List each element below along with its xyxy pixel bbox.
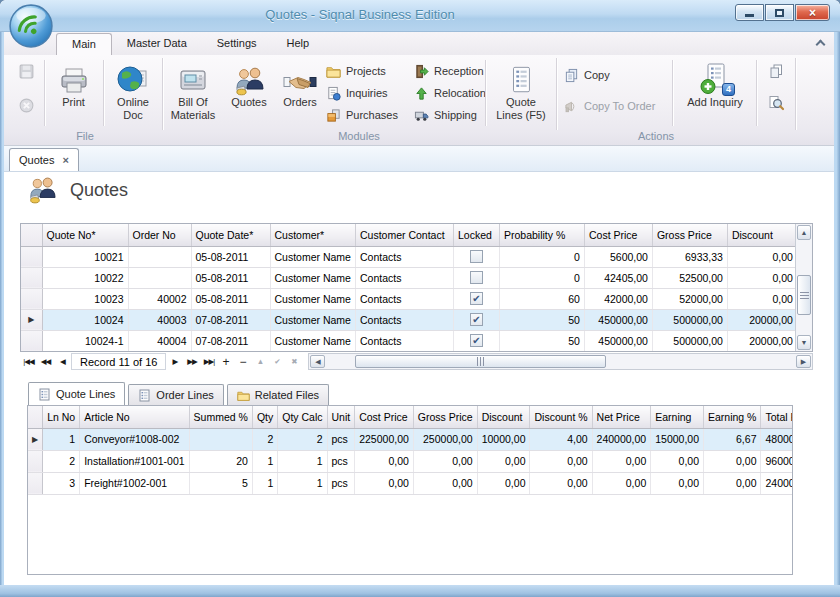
nav-prev-page-button[interactable]: ◀◀ <box>37 354 54 370</box>
column-header[interactable]: Locked <box>453 224 499 246</box>
ribbon-tab-main[interactable]: Main <box>56 33 112 55</box>
vertical-scroll-thumb[interactable] <box>797 275 811 316</box>
locked-checkbox[interactable] <box>470 271 483 284</box>
quotes-grid-horizontal-scrollbar[interactable]: ◀ ▶ <box>308 353 813 370</box>
horizontal-scroll-thumb[interactable] <box>355 355 606 368</box>
copy-to-order-button[interactable]: Copy To Order <box>564 96 655 116</box>
scroll-right-button[interactable]: ▶ <box>796 355 811 368</box>
nav-last-button[interactable]: ▶▶| <box>200 354 217 370</box>
grid-cell[interactable]: Conveyor#1008-002 <box>80 428 189 450</box>
grid-cell[interactable]: 0 <box>499 246 584 267</box>
locked-checkbox[interactable]: ✔ <box>470 334 483 347</box>
document-tab-quotes[interactable]: Quotes × <box>9 148 79 171</box>
locked-checkbox[interactable] <box>470 250 483 263</box>
print-button[interactable]: Print <box>46 58 101 129</box>
column-header[interactable]: Customer Contact <box>355 224 453 246</box>
column-header[interactable]: Cost Price <box>355 406 414 428</box>
grid-cell[interactable]: 0,00 <box>530 472 592 494</box>
bill-of-materials-button[interactable]: Bill Of Materials <box>164 58 222 129</box>
grid-cell[interactable]: Contacts <box>355 309 453 330</box>
grid-cell[interactable]: 0,00 <box>592 472 651 494</box>
grid-cell[interactable]: 450000,00 <box>584 309 652 330</box>
column-header[interactable]: Customer* <box>270 224 355 246</box>
locked-checkbox[interactable]: ✔ <box>470 292 483 305</box>
reception-button[interactable]: Reception <box>414 61 484 81</box>
table-row[interactable]: ▶100244000307-08-2011Customer NameContac… <box>21 309 797 330</box>
grid-cell[interactable]: 0,00 <box>530 450 592 472</box>
close-button[interactable]: × <box>795 4 830 21</box>
grid-cell[interactable]: 10024-1 <box>42 330 128 351</box>
tab-quote-lines[interactable]: Quote Lines <box>28 382 125 405</box>
scroll-down-button[interactable]: ▼ <box>797 335 811 350</box>
grid-cell[interactable]: 240000,00 <box>592 428 651 450</box>
ribbon-tab-help[interactable]: Help <box>272 33 325 55</box>
grid-cell[interactable]: 0,00 <box>413 450 477 472</box>
grid-cell[interactable]: 1 <box>43 428 80 450</box>
column-header[interactable]: Qty <box>252 406 277 428</box>
nav-next-page-button[interactable]: ▶▶ <box>183 354 200 370</box>
grid-cell[interactable]: 0,00 <box>413 472 477 494</box>
column-header[interactable]: Net Price <box>592 406 651 428</box>
table-row[interactable]: 2Installation#1001-0012011pcs0,000,000,0… <box>28 450 793 472</box>
grid-cell[interactable]: 1 <box>252 472 277 494</box>
projects-button[interactable]: Projects <box>326 61 386 81</box>
grid-cell[interactable]: 52000,00 <box>652 288 727 309</box>
nav-next-button[interactable]: ▶ <box>166 354 183 370</box>
grid-cell[interactable]: 10000,00 <box>477 428 530 450</box>
grid-cell[interactable]: Freight#1002-001 <box>80 472 189 494</box>
grid-cell[interactable]: 96000,00 <box>761 450 793 472</box>
tab-order-lines[interactable]: Order Lines <box>128 384 223 405</box>
grid-cell[interactable]: 05-08-2011 <box>191 246 270 267</box>
maximize-button[interactable] <box>765 4 794 21</box>
grid-cell[interactable]: 0,00 <box>477 450 530 472</box>
grid-cell[interactable]: Customer Name <box>270 246 355 267</box>
grid-cell[interactable]: 42405,00 <box>584 267 652 288</box>
grid-cell[interactable]: Customer Name <box>270 309 355 330</box>
add-inquiry-button[interactable]: 4 Add Inquiry <box>676 58 754 129</box>
quote-lines-button[interactable]: Quote Lines (F5) <box>489 58 553 129</box>
table-row[interactable]: ▶1Conveyor#1008-00222pcs225000,00250000,… <box>28 428 793 450</box>
search-button[interactable] <box>764 91 788 115</box>
inquiries-button[interactable]: Inquiries <box>326 83 388 103</box>
column-header[interactable]: Gross Price <box>413 406 477 428</box>
grid-cell[interactable]: Contacts <box>355 267 453 288</box>
table-row[interactable]: 100234000205-08-2011Customer NameContact… <box>21 288 797 309</box>
scroll-left-button[interactable]: ◀ <box>310 355 325 368</box>
column-header[interactable]: Gross Price <box>652 224 727 246</box>
grid-cell[interactable]: Contacts <box>355 288 453 309</box>
grid-cell[interactable] <box>189 428 252 450</box>
column-header[interactable]: Order No <box>128 224 191 246</box>
grid-cell[interactable]: 40004 <box>128 330 191 351</box>
table-row[interactable]: 1002105-08-2011Customer NameContacts0560… <box>21 246 797 267</box>
grid-cell[interactable]: 40002 <box>128 288 191 309</box>
grid-cell[interactable]: 1 <box>278 472 327 494</box>
grid-cell[interactable]: 0,00 <box>355 450 414 472</box>
grid-cell[interactable]: 250000,00 <box>413 428 477 450</box>
nav-post-button[interactable]: ✔ <box>268 354 285 370</box>
grid-cell[interactable]: 24000,00 <box>761 472 793 494</box>
grid-cell[interactable]: 10022 <box>42 267 128 288</box>
grid-cell[interactable]: 20000,00 <box>727 330 797 351</box>
grid-cell[interactable]: 450000,00 <box>584 330 652 351</box>
grid-cell[interactable]: ✔ <box>453 309 499 330</box>
grid-cell[interactable]: 225000,00 <box>355 428 414 450</box>
grid-cell[interactable]: 500000,00 <box>652 309 727 330</box>
grid-cell[interactable]: ✔ <box>453 288 499 309</box>
grid-cell[interactable]: 50 <box>499 330 584 351</box>
grid-cell[interactable]: 05-08-2011 <box>191 267 270 288</box>
column-header[interactable]: Total Price <box>761 406 793 428</box>
quotes-grid-vertical-scrollbar[interactable]: ▲ ▼ <box>795 224 812 351</box>
grid-cell[interactable]: 10021 <box>42 246 128 267</box>
column-header[interactable]: Discount <box>727 224 797 246</box>
locked-checkbox[interactable]: ✔ <box>470 313 483 326</box>
tab-related-files[interactable]: Related Files <box>227 384 329 405</box>
grid-cell[interactable]: Contacts <box>355 246 453 267</box>
column-header[interactable]: Qty Calc <box>278 406 327 428</box>
grid-cell[interactable]: 2 <box>43 450 80 472</box>
app-menu-button[interactable] <box>8 3 54 49</box>
grid-cell[interactable]: Contacts <box>355 330 453 351</box>
column-header[interactable]: Discount <box>477 406 530 428</box>
column-header[interactable]: Ln No <box>43 406 80 428</box>
column-header[interactable]: Earning <box>651 406 704 428</box>
grid-cell[interactable]: 0,00 <box>704 472 761 494</box>
